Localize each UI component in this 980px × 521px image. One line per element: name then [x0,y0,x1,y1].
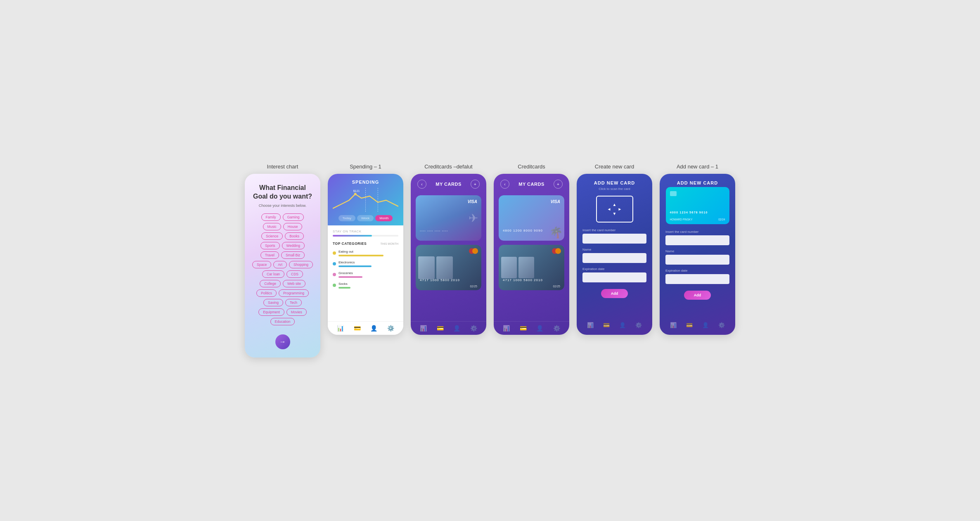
label-expiry: Expiration date [582,267,646,271]
tag-family[interactable]: Family [261,213,281,221]
cards-list-3: ✈ VISA ---- ---- ---- ---- [411,193,486,321]
tag-college[interactable]: College [260,280,281,287]
credit-card-4-2[interactable]: 4717 1000 5800 2010 02/25 [499,245,564,290]
create-header-title: ADD NEW CARD [594,180,635,185]
cat-bar-electronics [339,265,372,267]
cat-name-groceries: Groceries [339,271,398,275]
tag-smallbiz[interactable]: Small Biz [281,251,305,259]
add-input-expiry[interactable] [665,274,729,284]
nav4-chart[interactable]: 📊 [503,325,510,332]
card-scene-4-2: 4717 1000 5800 2010 02/25 [499,245,564,290]
nav4-card[interactable]: 💳 [520,325,527,332]
cnav-settings[interactable]: ⚙️ [635,322,642,328]
tag-art[interactable]: Art [273,261,287,268]
cards-nav-4: 📊 💳 👤 ⚙️ [494,321,569,335]
category-socks: Socks [333,282,398,289]
nav4-settings[interactable]: ⚙️ [553,325,560,332]
nav3-user[interactable]: 👤 [453,325,460,332]
phone-frame-spending: SPENDING $121 Today Week Month [328,174,403,335]
vc-number: 4000 1234 5678 9010 [670,211,708,214]
card2-expiry: 02/25 [470,285,477,288]
scan-frame[interactable]: ▲ ◄ ► ▼ [596,196,633,223]
arrow-left: ◄ [607,207,611,211]
stay-on-track-label: STAY ON TRACK [333,230,398,233]
cat-dot-electronics [333,262,336,265]
card2-number: 4717 1000 5800 2010 [420,278,460,282]
tag-books[interactable]: Books [285,232,304,240]
tag-saving[interactable]: Saving [263,299,283,306]
tag-carloan[interactable]: Car loan [262,270,284,278]
next-button[interactable]: → [275,334,290,349]
nav-chart-icon[interactable]: 📊 [337,325,344,332]
tag-website[interactable]: Web site [283,280,305,287]
input-cardnumber[interactable] [582,234,646,244]
tag-politics[interactable]: Politics [256,289,277,297]
nav4-user[interactable]: 👤 [536,325,543,332]
credit-card-2[interactable]: 4717 1000 5800 2010 02/25 [416,245,481,290]
tab-month[interactable]: Month [375,215,393,221]
spending-nav: 📊 💳 👤 ⚙️ [328,321,403,335]
this-month-label: THIS MONTH [380,242,398,245]
tag-space[interactable]: Space [252,261,271,268]
add-button-add[interactable]: Add [684,291,711,300]
add-card-button-4[interactable]: + [554,180,563,189]
cards-title-4: MY CARDS [518,182,544,187]
credit-card-4-1[interactable]: 🌴 VISA 4800 1200 8000 9090 [499,195,564,241]
card-scene-2: 4717 1000 5800 2010 02/25 [416,245,481,290]
cat-dot-eating [333,251,336,255]
arrow-right: ► [618,207,622,211]
tag-science[interactable]: Science [261,232,283,240]
tag-tech[interactable]: Tech [285,299,302,306]
anav-chart[interactable]: 📊 [670,322,677,328]
tag-music[interactable]: Music [263,223,281,230]
cnav-user[interactable]: 👤 [619,322,626,328]
screen1-heading: What Financial Goal do you want? [251,184,314,201]
track-bar-fill [333,235,372,237]
vc-name: HOWARD PINSKY [670,218,693,221]
tag-programming[interactable]: Programming [279,289,309,297]
tag-travel[interactable]: Travel [260,251,279,259]
spending-chart: $121 [333,188,398,213]
virtual-card-preview: 4000 1234 5678 9010 HOWARD PINSKY 02/24 [666,187,729,224]
tag-cds[interactable]: CDS [286,270,303,278]
spending-body: STAY ON TRACK TOP CATEGORIES THIS MONTH … [328,225,403,321]
tab-today[interactable]: Today [339,215,355,221]
input-name[interactable] [582,253,646,263]
back-button-3[interactable]: ‹ [417,180,426,189]
nav3-card[interactable]: 💳 [437,325,444,332]
tag-movies[interactable]: Movies [286,308,307,316]
nav-card-icon[interactable]: 💳 [354,325,361,332]
tag-shopping[interactable]: Shopping [289,261,313,268]
input-expiry[interactable] [582,272,646,282]
tag-house[interactable]: House [283,223,303,230]
tag-equipment[interactable]: Equipment [258,308,284,316]
screen1-body: What Financial Goal do you want? Choose … [245,174,320,358]
add-button-create[interactable]: Add [601,289,628,298]
cnav-card[interactable]: 💳 [603,322,610,328]
credit-card-1[interactable]: ✈ VISA ---- ---- ---- ---- [416,195,481,241]
tag-sports[interactable]: Sports [260,242,280,249]
nav-user-icon[interactable]: 👤 [370,325,377,332]
add-input-name[interactable] [665,255,729,265]
nav3-settings[interactable]: ⚙️ [470,325,477,332]
anav-card[interactable]: 💳 [686,322,693,328]
cnav-chart[interactable]: 📊 [587,322,594,328]
nav3-chart[interactable]: 📊 [420,325,427,332]
add-input-cardnumber[interactable] [665,235,729,245]
tag-wedding[interactable]: Wedding [282,242,305,249]
category-electronics: Electronics [333,260,398,267]
tag-gaming[interactable]: Gaming [283,213,304,221]
tag-education[interactable]: Education [270,318,295,325]
add-card-button-3[interactable]: + [471,180,480,189]
nav-settings-icon[interactable]: ⚙️ [387,325,394,332]
scan-row: ◄ ► [607,207,622,211]
phone-frame-add: ADD NEW CARD 4000 1234 5678 9010 HOWARD … [660,174,735,335]
card4-2-number: 4717 1000 5800 2010 [503,278,543,282]
tab-week[interactable]: Week [357,215,374,221]
screen-wrapper-create: Create new card ADD NEW CARD Click to sc… [577,163,652,335]
screen-wrapper-add: Add new card – 1 ADD NEW CARD 4000 1234 … [660,163,735,335]
anav-user[interactable]: 👤 [702,322,709,328]
back-button-4[interactable]: ‹ [500,180,509,189]
cat-dot-socks [333,284,336,287]
anav-settings[interactable]: ⚙️ [718,322,725,328]
